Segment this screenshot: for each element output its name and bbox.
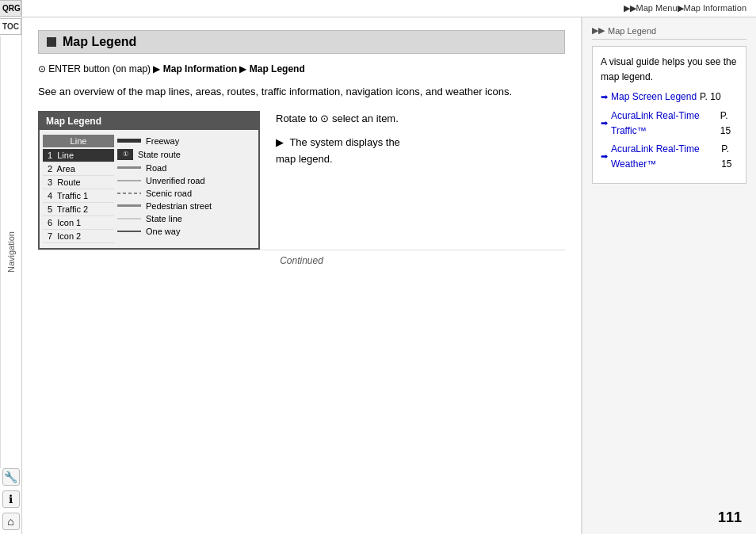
scenic-line (117, 193, 141, 194)
path-arrow-1: ▶ (153, 63, 162, 74)
state-line-label: State line (146, 214, 182, 223)
path-line: ⊙ ENTER button (on map) ▶ Map Informatio… (38, 63, 565, 74)
legend-item-area[interactable]: 2 Area (43, 162, 114, 176)
legend-oneway: One way (117, 225, 255, 238)
wrench-icon[interactable]: 🔧 (2, 468, 20, 486)
legend-item-line[interactable]: 1 Line (43, 149, 114, 162)
legend-item-icon2[interactable]: 7 Icon 2 (43, 230, 114, 243)
map-legend-header: Map Legend (40, 113, 258, 130)
section-title-bar: Map Legend (38, 30, 565, 54)
unverified-label: Unverified road (146, 176, 205, 185)
freeway-line (117, 139, 141, 143)
legend-pedestrian: Pedestrian street (117, 200, 255, 212)
sidebar-link-weather[interactable]: ➡ AcuraLink Real-Time Weather™ P. 15 (601, 142, 738, 172)
rotate-instruction: Rotate to ⊙ select an item. (276, 111, 400, 128)
sidebar-box: A visual guide helps you see the map leg… (592, 46, 746, 184)
link-text-2: AcuraLink Real-Time Traffic™ (611, 109, 717, 139)
path-enter-text: ENTER button (on map) (48, 63, 151, 74)
link-arrow-1: ➡ (601, 90, 608, 105)
breadcrumb-bar: ▶▶Map Menu▶Map Information (22, 0, 756, 17)
legend-state-route: ① State route (117, 147, 255, 162)
pedestrian-label: Pedestrian street (146, 201, 212, 211)
legend-item-traffic1[interactable]: 4 Traffic 1 (43, 189, 114, 203)
footer-continued: Continued (280, 255, 323, 266)
unverified-line (117, 180, 141, 181)
sidebar-title-text: Map Legend (608, 26, 656, 36)
legend-road: Road (117, 162, 255, 174)
scenic-label: Scenic road (146, 189, 192, 198)
freeway-label: Freeway (146, 136, 179, 146)
enter-icon: ⊙ (38, 63, 46, 74)
state-route-icon: ① (117, 149, 133, 160)
page-number: 111 (718, 509, 742, 526)
left-sidebar: QRG TOC Navigation 🔧 ℹ ⌂ (0, 0, 22, 534)
nav-label: Navigation (0, 36, 21, 468)
sidebar-intro: A visual guide helps you see the map leg… (601, 55, 738, 85)
qrg-tab[interactable]: QRG (0, 0, 21, 17)
state-route-label: State route (138, 150, 181, 159)
info-icon[interactable]: ℹ (2, 490, 20, 508)
map-legend-box: Map Legend Line 1 Line 2 Area 3 Route 4 … (38, 111, 260, 250)
result-text: The system displays themap legend. (276, 136, 400, 165)
sidebar-title-prefix: ▶▶ (592, 25, 605, 36)
bullet-arrow: ▶ (276, 136, 284, 148)
state-line-line (117, 218, 141, 219)
content-columns: Map Legend Line 1 Line 2 Area 3 Route 4 … (38, 111, 565, 250)
section-title-icon (47, 37, 56, 47)
result-line: ▶ The system displays themap legend. (276, 135, 400, 168)
home-icon[interactable]: ⌂ (2, 513, 20, 530)
bottom-area: Continued (38, 250, 565, 271)
legend-item-route[interactable]: 3 Route (43, 176, 114, 189)
left-panel: Map Legend ⊙ ENTER button (on map) ▶ Map… (22, 17, 582, 534)
sidebar-link-traffic[interactable]: ➡ AcuraLink Real-Time Traffic™ P. 15 (601, 109, 738, 139)
description-text: See an overview of the map lines, areas,… (38, 84, 565, 100)
legend-item-traffic2[interactable]: 5 Traffic 2 (43, 203, 114, 216)
link-arrow-3: ➡ (601, 150, 608, 164)
legend-right-col: Freeway ① State route Road (117, 135, 255, 243)
main-content: ▶▶Map Menu▶Map Information Map Legend ⊙ … (22, 0, 756, 534)
rotate-text-suffix: select an item. (332, 113, 399, 124)
content-area: Map Legend ⊙ ENTER button (on map) ▶ Map… (22, 17, 756, 534)
bottom-icons: 🔧 ℹ ⌂ (0, 468, 21, 534)
legend-freeway: Freeway (117, 135, 255, 147)
sidebar-link-map-screen[interactable]: ➡ Map Screen Legend P. 10 (601, 90, 738, 105)
link-text-3: AcuraLink Real-Time Weather™ (611, 142, 718, 172)
instruction-text: Rotate to ⊙ select an item. ▶ The system… (276, 111, 400, 168)
link-arrow-2: ➡ (601, 116, 608, 131)
legend-left-col: Line 1 Line 2 Area 3 Route 4 Traffic 1 5… (43, 135, 114, 243)
legend-unverified: Unverified road (117, 174, 255, 187)
page-ref-2: P. 15 (720, 109, 738, 139)
right-sidebar: ▶▶ Map Legend A visual guide helps you s… (582, 17, 756, 534)
page-ref-3: P. 15 (721, 142, 738, 172)
breadcrumb: ▶▶Map Menu▶Map Information (624, 3, 746, 13)
legend-scenic: Scenic road (117, 187, 255, 200)
road-line (117, 166, 141, 169)
map-legend-body: Line 1 Line 2 Area 3 Route 4 Traffic 1 5… (40, 130, 258, 248)
rotate-icon: ⊙ (320, 113, 329, 124)
toc-tab[interactable]: TOC (0, 18, 21, 35)
oneway-line (117, 231, 141, 232)
legend-item-icon1[interactable]: 6 Icon 1 (43, 216, 114, 230)
oneway-label: One way (146, 227, 180, 236)
page-ref-1: P. 10 (700, 90, 720, 105)
legend-left-header: Line (43, 135, 114, 147)
path-step2: Map Legend (250, 63, 305, 74)
legend-state-line: State line (117, 212, 255, 225)
link-text-1: Map Screen Legend (611, 90, 697, 105)
path-arrow-2: ▶ (239, 63, 249, 74)
pedestrian-line (117, 204, 141, 207)
sidebar-section-title: ▶▶ Map Legend (592, 25, 746, 40)
rotate-text-prefix: Rotate to (276, 113, 320, 124)
path-step1: Map Information (163, 63, 237, 74)
section-title-text: Map Legend (63, 35, 136, 49)
road-label: Road (146, 163, 166, 173)
